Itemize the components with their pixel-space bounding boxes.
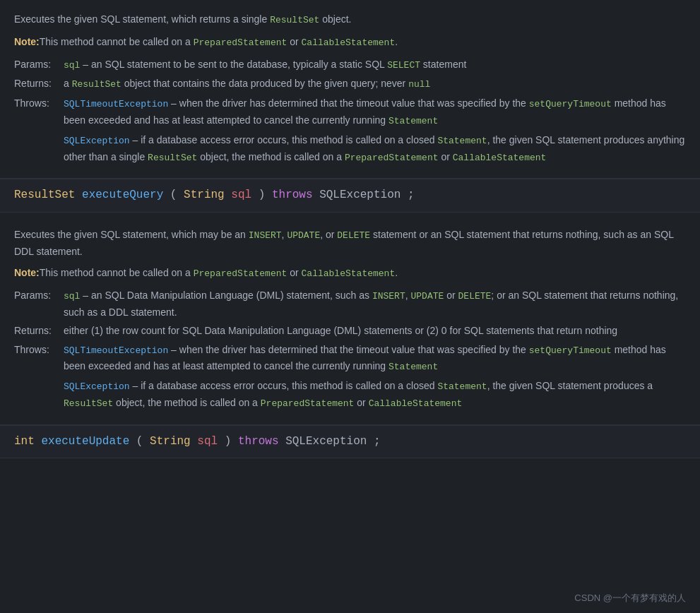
throws-ex2-line-2: SQLException – if a database access erro… [64, 378, 686, 412]
throws-block-2: Throws: SQLTimeoutException – when the d… [14, 342, 686, 413]
watermark: CSDN @一个有梦有戏的人 [574, 591, 686, 606]
param-sql-content-2: sql – an SQL Data Manipulation Language … [64, 287, 686, 320]
desc-execute-update: Executes the given SQL statement, which … [14, 227, 686, 259]
note-execute-update: Note:This method cannot be called on a P… [14, 265, 686, 282]
returns-row: Returns: a ResultSet object that contain… [14, 76, 686, 93]
returns-row-2: Returns: either (1) the row count for SQ… [14, 323, 686, 338]
desc-execute-query: Executes the given SQL statement, which … [14, 11, 686, 28]
method-signature-execute-update: int executeUpdate ( String sql ) throws … [0, 425, 700, 459]
note-execute-query: Note:This method cannot be called on a P… [14, 34, 686, 51]
param-sql-content: sql – an SQL statement to be sent to the… [64, 56, 686, 73]
throws-content-2: SQLTimeoutException – when the driver ha… [64, 342, 686, 413]
params-table-2: Params: sql – an SQL Data Manipulation L… [14, 287, 686, 413]
throws-content-1: SQLTimeoutException – when the driver ha… [64, 95, 686, 167]
section-execute-query-docs: Executes the given SQL statement, which … [0, 0, 700, 179]
returns-content: a ResultSet object that contains the dat… [64, 76, 686, 93]
returns-content-2: either (1) the row count for SQL Data Ma… [64, 323, 686, 338]
section-execute-update-docs: Executes the given SQL statement, which … [0, 213, 700, 425]
param-row-sql-2: Params: sql – an SQL Data Manipulation L… [14, 287, 686, 320]
throws-ex1-line-2: SQLTimeoutException – when the driver ha… [64, 342, 686, 376]
params-table-1: Params: sql – an SQL statement to be sen… [14, 56, 686, 167]
throws-ex1-line: SQLTimeoutException – when the driver ha… [64, 95, 686, 129]
throws-block-1: Throws: SQLTimeoutException – when the d… [14, 95, 686, 167]
throws-ex2-line: SQLException – if a database access erro… [64, 132, 686, 166]
param-row-sql: Params: sql – an SQL statement to be sen… [14, 56, 686, 73]
method-signature-execute-query: ResultSet executeQuery ( String sql ) th… [0, 179, 700, 213]
